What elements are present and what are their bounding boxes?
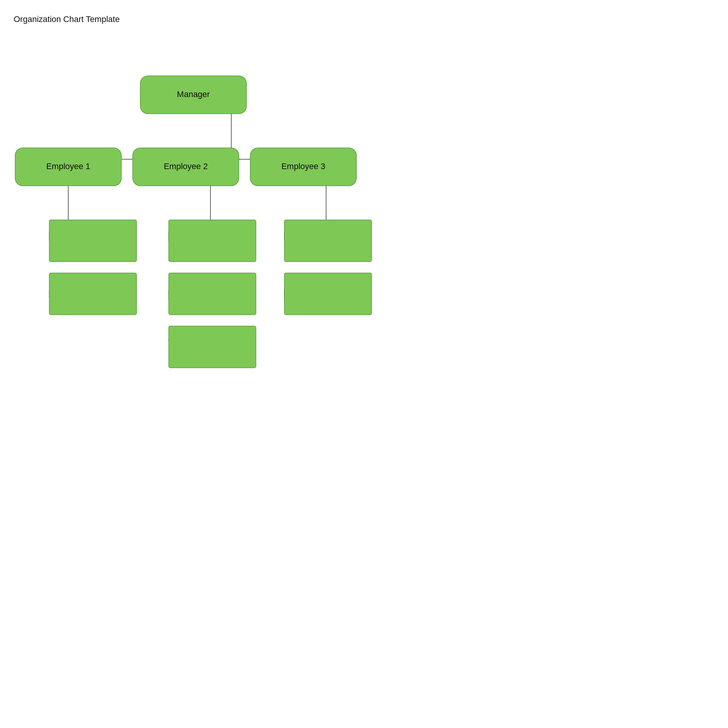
- e3-child2-box[interactable]: [284, 273, 372, 315]
- manager-label: Manager: [177, 89, 210, 99]
- e2-child3-box[interactable]: [169, 326, 256, 368]
- org-chart-svg: Manager Employee 1 Employee 2 Employee 3: [0, 46, 410, 410]
- employee2-label: Employee 2: [164, 162, 208, 171]
- employee1-label: Employee 1: [46, 162, 90, 171]
- e1-child2-box[interactable]: [49, 273, 136, 315]
- e3-child1-box[interactable]: [284, 220, 372, 262]
- employee3-label: Employee 3: [281, 162, 325, 171]
- page-title: Organization Chart Template: [14, 14, 120, 24]
- e2-child1-box[interactable]: [169, 220, 256, 262]
- e2-child2-box[interactable]: [169, 273, 256, 315]
- e1-child1-box[interactable]: [49, 220, 136, 262]
- chart-container: Manager Employee 1 Employee 2 Employee 3: [0, 46, 410, 410]
